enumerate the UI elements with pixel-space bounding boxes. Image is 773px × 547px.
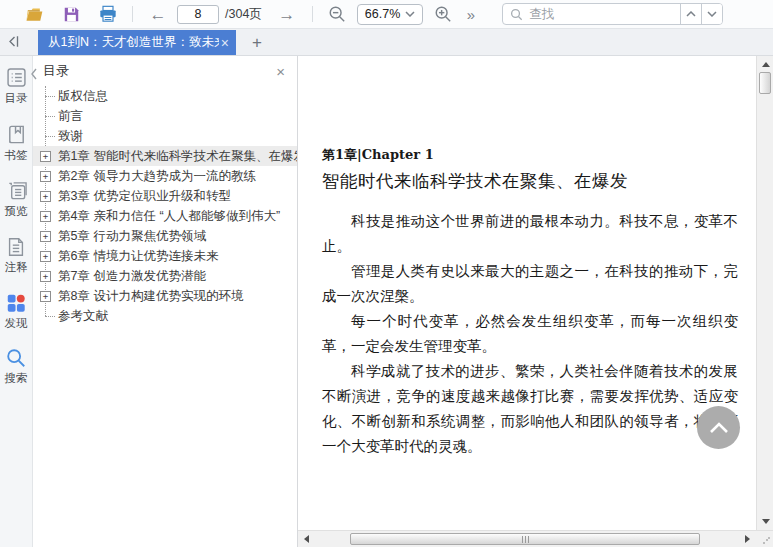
- back-to-top-button[interactable]: [697, 406, 740, 449]
- paragraph: 科学成就了技术的进步、繁荣，人类社会伴随着技术的发展不断演进，竞争的速度越来越像…: [322, 359, 738, 459]
- sidebar-item-discover[interactable]: 发现: [3, 292, 29, 330]
- preview-icon: [5, 179, 28, 202]
- tab-bar: 从1到N：天才创造世界：致未来 × +: [0, 29, 773, 56]
- expand-icon[interactable]: [40, 171, 51, 182]
- toc-item-label: 致谢: [58, 128, 83, 145]
- collapse-tabs-icon[interactable]: [0, 28, 28, 55]
- toc-item-label: 第8章 设计力构建优势实现的环境: [58, 288, 243, 305]
- sidebar-item-toc[interactable]: 目录: [3, 66, 29, 105]
- toc-item-label: 第5章 行动力聚焦优势领域: [58, 228, 206, 245]
- zoom-out-icon[interactable]: [327, 4, 347, 24]
- toc-item[interactable]: 第7章 创造力激发优势潜能: [33, 266, 297, 286]
- document-region: 第1章|Chapter 1 智能时代来临科学技术在聚集、在爆发 科技是推动这个世…: [298, 56, 773, 547]
- scroll-up-icon[interactable]: [762, 62, 770, 67]
- sidebar-item-preview[interactable]: 预览: [3, 179, 29, 218]
- panel-collapse-handle[interactable]: [30, 68, 38, 80]
- expand-icon[interactable]: [40, 191, 51, 202]
- sidebar-item-label: 书签: [3, 149, 29, 162]
- toc-item[interactable]: 第3章 优势定位职业升级和转型: [33, 186, 297, 206]
- toc-item[interactable]: 版权信息: [33, 86, 297, 106]
- expand-icon[interactable]: [40, 231, 51, 242]
- main-toolbar: ← /304页 → 66.7% »: [0, 0, 773, 29]
- toc-panel-close-icon[interactable]: ×: [276, 64, 285, 79]
- sidebar-item-label: 注释: [3, 261, 29, 274]
- find-next-icon[interactable]: [701, 4, 722, 24]
- discover-icon: [5, 292, 27, 314]
- paragraph: 科技是推动这个世界前进的最根本动力。科技不息，变革不止。: [322, 209, 738, 259]
- main-area: 目录 书签 预览 注释 发现 搜索: [0, 56, 773, 547]
- toc-item-selected[interactable]: 第1章 智能时代来临科学技术在聚集、在爆发: [33, 146, 297, 166]
- sidebar-item-label: 搜索: [3, 372, 29, 385]
- document-tab-title: 从1到N：天才创造世界：致未来: [48, 34, 219, 51]
- toc-item-label: 第3章 优势定位职业升级和转型: [58, 188, 231, 205]
- tab-close-icon[interactable]: ×: [221, 36, 229, 50]
- toc-item[interactable]: 第2章 领导力大趋势成为一流的教练: [33, 166, 297, 186]
- paragraph: 每一个时代变革，必然会发生组织变革，而每一次组织变革，一定会发生管理变革。: [322, 309, 738, 359]
- page-content: 第1章|Chapter 1 智能时代来临科学技术在聚集、在爆发 科技是推动这个世…: [298, 56, 756, 459]
- toc-item-label: 参考文献: [58, 308, 108, 325]
- paragraph: 管理是人类有史以来最大的主题之一，在科技的推动下，完成一次次涅槃。: [322, 259, 738, 309]
- expand-icon[interactable]: [40, 211, 51, 222]
- chapter-label: 第1章|Chapter 1: [322, 146, 738, 164]
- find-input[interactable]: [503, 4, 680, 24]
- page-number-input[interactable]: [177, 5, 219, 24]
- bookmark-icon: [5, 123, 28, 146]
- resize-grip: [756, 530, 773, 547]
- document-page[interactable]: 第1章|Chapter 1 智能时代来临科学技术在聚集、在爆发 科技是推动这个世…: [298, 56, 756, 530]
- zoom-level-value: 66.7%: [365, 7, 400, 21]
- vertical-scrollbar[interactable]: [756, 56, 773, 530]
- toc-panel: 目录 × 版权信息 前言 致谢 第1章 智能时代来临科学技术在聚集、在爆发 第2…: [33, 56, 298, 547]
- expand-icon[interactable]: [40, 151, 51, 162]
- zoom-level-dropdown[interactable]: 66.7%: [357, 4, 423, 25]
- chapter-title: 智能时代来临科学技术在聚集、在爆发: [322, 169, 738, 193]
- sidebar-item-search[interactable]: 搜索: [3, 347, 29, 385]
- toc-item-label: 第6章 情境力让优势连接未来: [58, 248, 218, 265]
- find-prev-icon[interactable]: [680, 4, 701, 24]
- toc-item-label: 第1章 智能时代来临科学技术在聚集、在爆发: [58, 148, 297, 165]
- toc-tree: 版权信息 前言 致谢 第1章 智能时代来临科学技术在聚集、在爆发 第2章 领导力…: [33, 86, 297, 326]
- sidebar-item-label: 预览: [3, 205, 29, 218]
- prev-page-icon[interactable]: ←: [147, 6, 169, 23]
- scroll-down-icon[interactable]: [762, 519, 770, 524]
- horizontal-scroll-thumb[interactable]: [350, 533, 700, 545]
- toc-item[interactable]: 致谢: [33, 126, 297, 146]
- find-bar: [502, 3, 723, 25]
- horizontal-scrollbar[interactable]: [298, 530, 756, 547]
- sidebar-item-label: 目录: [3, 92, 29, 105]
- toolbar-separator: [312, 6, 313, 22]
- print-icon[interactable]: [98, 4, 118, 24]
- find-icon: [510, 8, 523, 21]
- toc-item[interactable]: 前言: [33, 106, 297, 126]
- scroll-left-icon[interactable]: [304, 535, 309, 543]
- sidebar-item-annotations[interactable]: 注释: [3, 236, 29, 274]
- sidebar-item-label: 发现: [3, 317, 29, 330]
- next-page-icon[interactable]: →: [276, 6, 298, 23]
- toc-panel-title: 目录: [43, 62, 69, 80]
- toc-item[interactable]: 第5章 行动力聚焦优势领域: [33, 226, 297, 246]
- zoom-in-icon[interactable]: [433, 4, 453, 24]
- toc-item-label: 前言: [58, 108, 83, 125]
- open-folder-icon[interactable]: [24, 4, 44, 24]
- toc-item-label: 第2章 领导力大趋势成为一流的教练: [58, 168, 256, 185]
- toc-item[interactable]: 第8章 设计力构建优势实现的环境: [33, 286, 297, 306]
- toc-item[interactable]: 第6章 情境力让优势连接未来: [33, 246, 297, 266]
- chevron-down-icon: [405, 11, 415, 17]
- vertical-scroll-thumb[interactable]: [759, 72, 771, 94]
- expand-icon[interactable]: [40, 291, 51, 302]
- toc-icon: [5, 66, 28, 89]
- expand-icon[interactable]: [40, 271, 51, 282]
- scroll-right-icon[interactable]: [745, 535, 750, 543]
- navigation-sidebar: 目录 书签 预览 注释 发现 搜索: [0, 56, 33, 547]
- toolbar-separator: [132, 6, 133, 22]
- expand-icon[interactable]: [40, 251, 51, 262]
- annotation-icon: [5, 236, 27, 258]
- save-icon[interactable]: [61, 4, 81, 24]
- toc-item[interactable]: 第4章 亲和力信任 “人人都能够做到伟大”: [33, 206, 297, 226]
- toc-item-label: 版权信息: [58, 88, 108, 105]
- toc-item[interactable]: 参考文献: [33, 306, 297, 326]
- document-tab[interactable]: 从1到N：天才创造世界：致未来 ×: [38, 30, 236, 55]
- more-tools-icon[interactable]: »: [467, 6, 474, 23]
- new-tab-button[interactable]: +: [242, 30, 272, 55]
- sidebar-item-bookmarks[interactable]: 书签: [3, 123, 29, 162]
- toc-item-label: 第7章 创造力激发优势潜能: [58, 268, 206, 285]
